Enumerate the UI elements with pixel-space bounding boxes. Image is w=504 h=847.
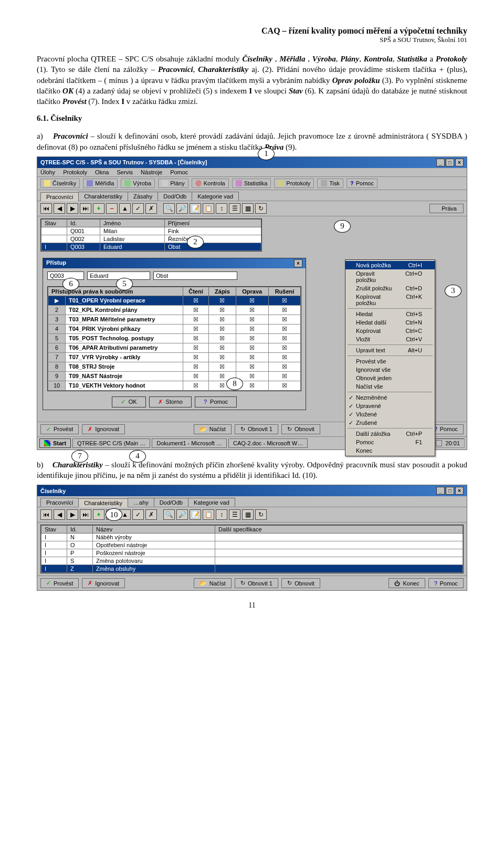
- menu-item[interactable]: Pomoc: [170, 169, 188, 175]
- tab-dododb[interactable]: Dod/Odb: [154, 498, 188, 507]
- close-button[interactable]: ×: [455, 159, 464, 166]
- storno-button[interactable]: ✗Storno: [149, 396, 192, 407]
- note-icon[interactable]: 📝: [190, 203, 201, 214]
- refresh-icon[interactable]: ↻: [255, 509, 267, 520]
- filter-icon-2[interactable]: ▦: [242, 509, 254, 520]
- tab-pracovnici[interactable]: Pracovníci: [40, 192, 79, 201]
- table-row[interactable]: INNáběh výroby: [41, 534, 463, 541]
- filter-icon[interactable]: ☰: [229, 509, 240, 520]
- table-row[interactable]: IPPoškození nástroje: [41, 549, 463, 557]
- btn-obnovit1[interactable]: ↻Obnovit 1: [235, 578, 278, 588]
- perm-row[interactable]: 9T09_NAST Nástroje☒☒☒☒: [48, 371, 301, 381]
- close-icon[interactable]: ×: [294, 259, 302, 267]
- tab-charakteristiky[interactable]: Charakteristiky: [78, 192, 128, 201]
- paste-icon[interactable]: 📋: [203, 203, 214, 214]
- note-icon[interactable]: 📝: [190, 509, 201, 520]
- perm-row[interactable]: 4T04_PRIK Výrobní příkazy☒☒☒☒: [48, 324, 301, 333]
- search-next-icon[interactable]: 🔎: [176, 509, 188, 520]
- jmeno-field[interactable]: [87, 271, 150, 280]
- filter-icon-2[interactable]: ▦: [242, 203, 254, 214]
- ctx-edit[interactable]: Opravit položkuCtrl+O: [345, 269, 435, 284]
- btn-ignorovat[interactable]: ✗Ignorovat: [82, 578, 125, 588]
- perm-row[interactable]: ▶T01_OPER Výrobní operace☒☒☒☒: [48, 296, 301, 305]
- nav-next[interactable]: ▶: [67, 203, 78, 214]
- pomoc-button[interactable]: ?Pomoc: [195, 396, 237, 407]
- ctx-paste[interactable]: VložitCtrl+V: [345, 335, 435, 343]
- tab-kategorie-vad[interactable]: Kategorie vad: [188, 498, 235, 507]
- nav-first[interactable]: ⏮: [40, 509, 52, 520]
- nav-first[interactable]: ⏮: [40, 203, 52, 214]
- perm-row[interactable]: 7T07_VYR Výrobky - artikly☒☒☒☒: [48, 352, 301, 362]
- menu-item[interactable]: Okna: [95, 169, 109, 175]
- ctx-edit-text[interactable]: Upravit textAlt+U: [345, 346, 435, 354]
- remove-button[interactable]: −: [106, 203, 118, 214]
- module-pomoc[interactable]: ?Pomoc: [346, 179, 377, 188]
- pracovnici-grid[interactable]: Stav Id. Jméno Příjmení Q001MilanFink Q0…: [40, 218, 262, 252]
- perm-row[interactable]: 3T03_MPAR Měřitelné parametry☒☒☒☒: [48, 315, 301, 324]
- prijmeni-field[interactable]: [153, 271, 237, 280]
- edit-button[interactable]: ▲: [119, 203, 131, 214]
- table-row[interactable]: ISZměna polotovaru: [41, 557, 463, 565]
- ctx-help[interactable]: PomocF1: [345, 438, 435, 446]
- table-row[interactable]: IQ003EduardObst: [41, 243, 261, 250]
- tab-zasahy[interactable]: Zásahy: [128, 192, 158, 201]
- btn-nacist[interactable]: 📂Načíst: [194, 578, 232, 588]
- module-kontrola[interactable]: Kontrola: [192, 179, 229, 188]
- module-vyroba[interactable]: Výroba: [121, 179, 155, 188]
- minimize-button[interactable]: _: [436, 159, 445, 166]
- table-row[interactable]: Q002LadislavŘezníček: [41, 235, 261, 243]
- cancel-edit-button[interactable]: ✗: [145, 203, 157, 214]
- charakteristiky-grid[interactable]: Stav Id. Název Další specifikace INNáběh…: [40, 525, 464, 573]
- menu-item[interactable]: Protokoly: [63, 169, 87, 175]
- menu-item[interactable]: Úlohy: [40, 169, 55, 175]
- ctx-load-all[interactable]: Načíst vše: [345, 382, 435, 391]
- btn-obnovit1[interactable]: ↻Obnovit 1: [235, 424, 278, 434]
- maximize-button[interactable]: □: [446, 487, 454, 495]
- btn-pomoc[interactable]: ?Pomoc: [428, 578, 464, 588]
- ctx-inserted[interactable]: Vložené: [345, 410, 435, 419]
- taskbar-item[interactable]: QTREE-SPC C/S (Main …: [72, 438, 150, 448]
- refresh-icon[interactable]: ↻: [255, 203, 267, 214]
- btn-provest[interactable]: ✓Provést: [40, 578, 79, 588]
- btn-nacist[interactable]: 📂Načíst: [194, 424, 232, 434]
- nav-prev[interactable]: ◀: [54, 203, 65, 214]
- perm-row[interactable]: 6T06_APAR Atributivní parametry☒☒☒☒: [48, 343, 301, 352]
- close-button[interactable]: ×: [455, 487, 464, 495]
- ctx-unchanged[interactable]: Nezměněné: [345, 393, 435, 402]
- module-meridla[interactable]: Měřidla: [83, 179, 118, 188]
- tab-dododb[interactable]: Dod/Odb: [158, 192, 192, 201]
- menu-item[interactable]: Servis: [117, 169, 133, 175]
- module-tisk[interactable]: Tisk: [317, 179, 343, 188]
- search-icon[interactable]: 🔍: [163, 203, 175, 214]
- module-plany[interactable]: Plány: [158, 179, 188, 188]
- table-row[interactable]: IZZměna obsluhy: [41, 565, 463, 573]
- tab-pracovnici[interactable]: Pracovníci: [40, 498, 79, 507]
- ok-button[interactable]: ✓OK: [112, 396, 146, 407]
- btn-obnovit[interactable]: ↻Obnovit: [281, 578, 320, 588]
- tray-icon[interactable]: [436, 440, 442, 446]
- paste-icon[interactable]: 📋: [203, 509, 214, 520]
- perm-row[interactable]: 5T05_POST Technolog. postupy☒☒☒☒: [48, 333, 301, 343]
- perm-row[interactable]: 10T10_VEKTH Vektory hodnot☒☒☒☒: [48, 381, 301, 390]
- ctx-copy-item[interactable]: Kopírovat položkuCtrl+K: [345, 292, 435, 307]
- permissions-table[interactable]: Přístupová práva k souborům Čtení Zápis …: [47, 286, 301, 391]
- ctx-search-next[interactable]: Hledat dalšíCtrl+N: [345, 318, 435, 327]
- btn-obnovit[interactable]: ↻Obnovit: [281, 424, 320, 434]
- ctx-next-tab[interactable]: Další záložkaCtrl+P: [345, 430, 435, 438]
- add-button[interactable]: +: [93, 203, 104, 214]
- ctx-delete[interactable]: Zrušit položkuCtrl+D: [345, 284, 435, 292]
- perm-row[interactable]: 8T08_STRJ Stroje☒☒☒☒: [48, 362, 301, 371]
- prava-button[interactable]: Práva: [429, 204, 464, 213]
- maximize-button[interactable]: □: [446, 159, 454, 166]
- table-row[interactable]: Q001MilanFink: [41, 227, 261, 235]
- start-button[interactable]: Start: [39, 438, 71, 448]
- add-button[interactable]: +: [93, 509, 104, 520]
- context-menu[interactable]: Nová položkaCtrl+I Opravit položkuCtrl+O…: [345, 259, 435, 456]
- ctx-end[interactable]: Konec: [345, 446, 435, 455]
- tab-kategorie-vad[interactable]: Kategorie vad: [192, 192, 239, 201]
- btn-ignorovat[interactable]: ✗Ignorovat: [82, 424, 125, 434]
- ctx-search[interactable]: HledatCtrl+S: [345, 310, 435, 318]
- module-statistika[interactable]: Statistika: [232, 179, 271, 188]
- nav-prev[interactable]: ◀: [54, 509, 65, 520]
- module-protokoly[interactable]: Protokoly: [274, 179, 314, 188]
